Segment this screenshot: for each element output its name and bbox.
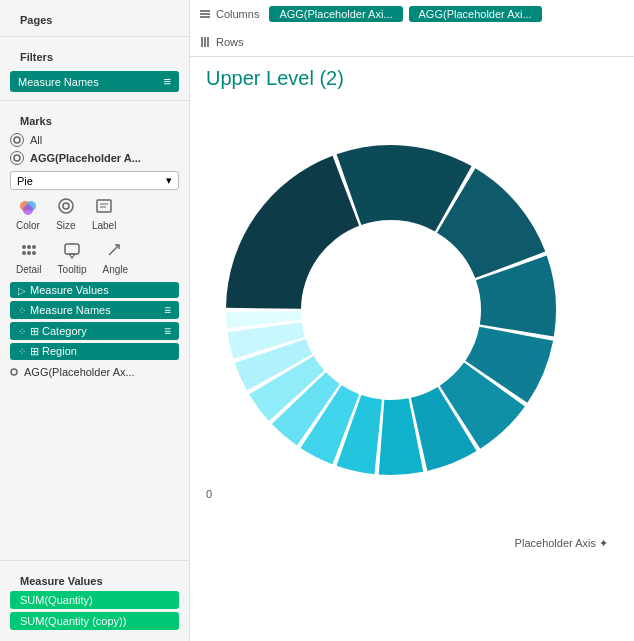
- cat-suffix: ≡: [164, 324, 171, 338]
- cat-text: ⊞ Category: [30, 325, 87, 338]
- region-pill[interactable]: ⁘ ⊞ Region: [10, 343, 179, 360]
- marks-buttons-row: Color Size: [10, 194, 179, 234]
- svg-point-14: [27, 251, 31, 255]
- filters-label: Filters: [10, 43, 179, 67]
- svg-point-12: [32, 245, 36, 249]
- columns-row: Columns AGG(Placeholder Axi... AGG(Place…: [190, 0, 634, 28]
- pages-section: Pages: [0, 0, 189, 37]
- angle-button[interactable]: Angle: [96, 238, 134, 278]
- label-button[interactable]: Label: [86, 194, 122, 234]
- rows-label: Rows: [198, 35, 244, 49]
- color-icon: [18, 197, 38, 218]
- donut-segment-0[interactable]: [226, 156, 359, 309]
- reg-prefix: ⁘: [18, 346, 26, 357]
- mv-text: Measure Values: [30, 284, 109, 296]
- measure-names-filter-pill[interactable]: Measure Names ≡: [10, 71, 179, 92]
- svg-point-0: [14, 137, 20, 143]
- sum-quantity-pill[interactable]: SUM(Quantity): [10, 591, 179, 609]
- mn-suffix: ≡: [164, 303, 171, 317]
- filter-pill-icon: ≡: [163, 74, 171, 89]
- marks-label: Marks: [10, 107, 179, 131]
- agg-circle-icon: [10, 151, 24, 165]
- agg2-circle-icon: [10, 366, 18, 378]
- svg-point-6: [63, 203, 69, 209]
- svg-point-10: [22, 245, 26, 249]
- marks-agg-item[interactable]: AGG(Placeholder A...: [10, 149, 179, 167]
- category-pill[interactable]: ⁘ ⊞ Category ≡: [10, 322, 179, 340]
- measure-values-section: Measure Values SUM(Quantity) SUM(Quantit…: [0, 561, 189, 641]
- pages-label: Pages: [10, 6, 179, 30]
- measure-values-label: Measure Values: [10, 567, 179, 591]
- measure-values-pill[interactable]: ▷ Measure Values: [10, 282, 179, 298]
- column-pill-2[interactable]: AGG(Placeholder Axi...: [409, 6, 542, 22]
- marks-all-label: All: [30, 134, 42, 146]
- filter-pill-text: Measure Names: [18, 76, 99, 88]
- color-label: Color: [16, 220, 40, 231]
- size-button[interactable]: Size: [50, 194, 82, 234]
- cat-prefix: ⁘: [18, 326, 26, 337]
- svg-point-1: [14, 155, 20, 161]
- svg-rect-7: [97, 200, 111, 212]
- tooltip-icon: [62, 241, 82, 262]
- y-axis-label: 0: [206, 488, 212, 500]
- size-label: Size: [56, 220, 75, 231]
- column-pill-1[interactable]: AGG(Placeholder Axi...: [269, 6, 402, 22]
- svg-point-19: [11, 369, 17, 375]
- svg-point-11: [27, 245, 31, 249]
- right-panel: Columns AGG(Placeholder Axi... AGG(Place…: [190, 0, 634, 641]
- chart-container: 0 Placeholder Axis ✦: [206, 100, 618, 560]
- marks-pills: ▷ Measure Values ⁘ Measure Names ≡ ⁘ ⊞ C…: [10, 282, 179, 360]
- detail-label: Detail: [16, 264, 42, 275]
- x-axis-label: Placeholder Axis ✦: [515, 537, 608, 550]
- mn-text: Measure Names: [30, 304, 111, 316]
- marks-detail-row: Detail Tooltip Angle: [10, 238, 179, 278]
- pie-dropdown[interactable]: Pie ▾: [10, 171, 179, 190]
- label-label: Label: [92, 220, 116, 231]
- tooltip-label: Tooltip: [58, 264, 87, 275]
- svg-point-4: [23, 205, 33, 215]
- marks-agg-label: AGG(Placeholder A...: [30, 152, 141, 164]
- size-icon: [56, 197, 76, 218]
- svg-point-13: [22, 251, 26, 255]
- label-icon: [94, 197, 114, 218]
- x-axis-text: Placeholder Axis ✦: [515, 537, 608, 550]
- marks-agg-item2[interactable]: AGG(Placeholder Ax...: [10, 364, 179, 380]
- angle-icon: [105, 241, 125, 262]
- mn-prefix: ⁘: [18, 305, 26, 316]
- donut-chart: [206, 110, 586, 510]
- marks-section: Marks All AGG(Placeholder A... Pie ▾: [0, 101, 189, 561]
- filters-section: Filters Measure Names ≡: [0, 37, 189, 101]
- angle-label: Angle: [102, 264, 128, 275]
- mv-prefix: ▷: [18, 285, 26, 296]
- marks-agg2-label: AGG(Placeholder Ax...: [24, 366, 135, 378]
- marks-all-item[interactable]: All: [10, 131, 179, 149]
- sum-quantity-copy-pill[interactable]: SUM(Quantity (copy)): [10, 612, 179, 630]
- columns-label: Columns: [198, 7, 259, 21]
- left-panel: Pages Filters Measure Names ≡ Marks All …: [0, 0, 190, 641]
- color-button[interactable]: Color: [10, 194, 46, 234]
- svg-rect-16: [65, 244, 79, 254]
- all-circle-icon: [10, 133, 24, 147]
- detail-icon: [19, 241, 39, 262]
- toolbar: Columns AGG(Placeholder Axi... AGG(Place…: [190, 0, 634, 57]
- detail-button[interactable]: Detail: [10, 238, 48, 278]
- canvas: Upper Level (2) 0 Placeholder Axis ✦: [190, 57, 634, 641]
- svg-line-18: [109, 245, 119, 255]
- rows-row: Rows: [190, 28, 634, 56]
- tooltip-button[interactable]: Tooltip: [52, 238, 93, 278]
- measure-names-pill[interactable]: ⁘ Measure Names ≡: [10, 301, 179, 319]
- reg-text: ⊞ Region: [30, 345, 77, 358]
- svg-point-15: [32, 251, 36, 255]
- svg-point-5: [59, 199, 73, 213]
- pie-dropdown-arrow: ▾: [166, 174, 172, 187]
- pie-dropdown-text: Pie: [17, 175, 33, 187]
- chart-title: Upper Level (2): [206, 67, 618, 90]
